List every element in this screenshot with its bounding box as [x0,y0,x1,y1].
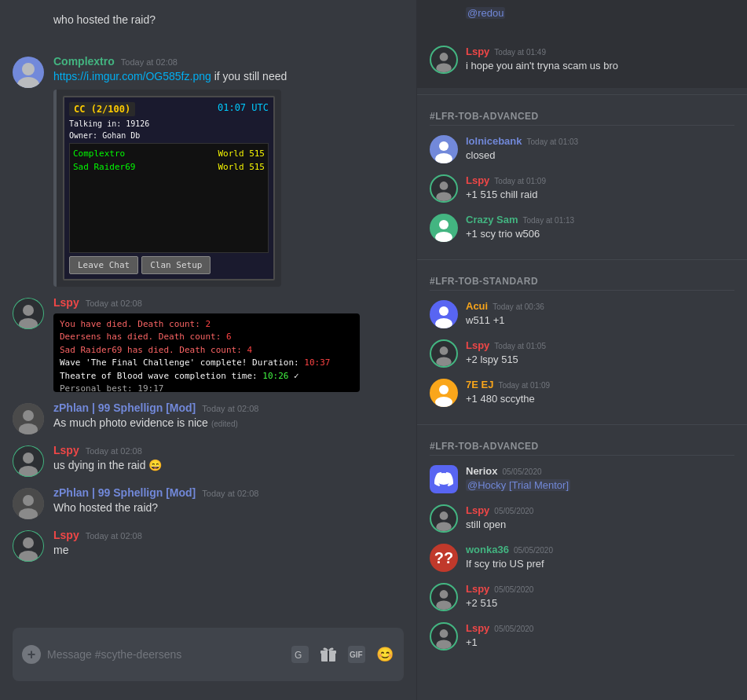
svg-point-42 [436,522,452,531]
right-header-lspy-chill: Lspy Today at 01:09 [466,174,734,186]
svg-point-40 [435,397,452,407]
right-text-mention: @redou [466,6,734,20]
svg-point-27 [440,53,449,61]
message-group-complextro: Complextro Today at 02:08 https://i.imgu… [0,52,416,290]
right-text-lspy-scam: i hope you ain't tryna scam us bro [466,59,734,73]
right-username-crazy-sam: Crazy Sam [466,214,518,225]
svg-point-38 [436,357,452,366]
message-text: who hosted the raid? [53,13,404,28]
message-header-lspy: Lspy Today at 02:08 [53,296,404,309]
right-msg-neriox: Neriox 05/05/2020 @Hocky [Trial Mentor] [430,462,734,497]
game-info-owner: Owner: Gohan Db [69,131,269,140]
channel-header-lfr-tob-standard: #lfr-tob-standard [430,276,734,291]
right-username-wonka36: wonka36 [466,544,509,555]
svg-point-44 [436,600,452,610]
timestamp-zphlan-photo: Today at 02:08 [202,404,258,413]
divider-3 [417,424,747,425]
message-header-zphlan: zPhlan | 99 Sphellign [Mod] Today at 02:… [53,401,404,414]
message-group-lspy-dying: Lspy Today at 02:08 us dying in the raid… [0,441,416,480]
right-msg-wonka36: ?? wonka36 05/05/2020 If scy trio US pre… [430,541,734,575]
right-avatar-crazy-sam [430,214,458,242]
right-header-crazy-sam: Crazy Sam Today at 01:13 [466,214,734,225]
avatar-lspy-dying [13,445,44,477]
message-group: who hosted the raid? [0,6,416,49]
message-input-bar: + G GIF [13,628,404,681]
timestamp-zphlan-hosted: Today at 02:08 [202,489,258,498]
right-timestamp-lolnicebank: Today at 01:03 [527,137,579,146]
right-avatar-acui [430,300,458,328]
right-timestamp-lspy-515-2: 05/05/2020 [494,585,533,594]
username-lspy-dying: Lspy [53,444,79,456]
imgur-link[interactable]: https://i.imgur.com/OG585fz.png [53,70,211,82]
right-text-lspy-515-2: +2 515 [466,596,734,610]
avatar-complextro [13,57,44,88]
clan-setup-button[interactable]: Clan Setup [141,256,211,274]
svg-point-1 [17,77,39,88]
username-complextro: Complextro [53,55,115,68]
message-content-lspy-me: Lspy Today at 02:08 me [53,529,404,562]
right-timestamp-lspy-chill: Today at 01:09 [494,177,546,185]
right-avatar-lspy-plus1 [430,622,458,651]
right-text-lolnicebank: closed [466,148,734,163]
cc-label: CC (2/100) [69,102,135,116]
right-username-lspy-open: Lspy [466,504,489,516]
right-msg-lspy-515-2: Lspy 05/05/2020 +2 515 [430,580,734,614]
gift-icon[interactable] [319,645,338,664]
right-username-7e-ej: 7E EJ [466,379,493,390]
svg-point-46 [436,640,452,649]
right-content-crazy-sam: Crazy Sam Today at 01:13 +1 scy trio w50… [466,214,734,242]
right-text-lspy-515: +2 lspy 515 [466,353,734,367]
right-text-lspy-plus1: +1 [466,636,734,650]
svg-point-41 [440,511,449,520]
leave-chat-button[interactable]: Leave Chat [69,256,138,274]
right-header-lolnicebank: lolnicebank Today at 01:03 [466,135,734,147]
right-header-lspy-515: Lspy Today at 01:05 [466,339,734,351]
messages-list: who hosted the raid? Complextro Today at… [0,0,416,628]
right-text-wonka36: If scy trio US pref [466,557,734,571]
svg-text:G: G [295,650,302,661]
right-content-acui: Acui Today at 00:36 w511 +1 [466,300,734,328]
message-input[interactable] [47,648,284,661]
message-text-lspy-me: me [53,543,404,559]
right-msg-acui: Acui Today at 00:36 w511 +1 [430,297,734,332]
right-timestamp-lspy-515: Today at 01:05 [494,342,546,350]
right-avatar-lspy-open [430,504,458,533]
add-attachment-button[interactable]: + [22,645,41,664]
channel-section-lfr-tob-standard: #lfr-tob-standard Acui Today at 00:36 w5… [417,266,747,418]
left-panel: who hosted the raid? Complextro Today at… [0,0,416,700]
svg-point-43 [440,590,449,599]
translate-icon[interactable]: G [291,645,309,664]
svg-point-31 [440,181,449,190]
game-embed: CC (2/100) 01:07 UTC Talking in: 19126 O… [53,90,281,287]
message-text-zphlan-hosted: Who hosted the raid? [53,500,404,516]
timestamp: Today at 02:08 [121,57,178,67]
message-header-zphlan-hosted: zPhlan | 99 Sphellign [Mod] Today at 02:… [53,486,404,499]
gif-icon[interactable]: GIF [347,645,366,664]
message-content-zphlan-hosted: zPhlan | 99 Sphellign [Mod] Today at 02:… [53,486,404,519]
game-header: CC (2/100) 01:07 UTC [69,102,269,116]
message-content-zphlan-photo: zPhlan | 99 Sphellign [Mod] Today at 02:… [53,401,404,434]
mention-hocky: @Hocky [Trial Mentor] [466,479,570,491]
death-text: You have died. Death count: 2 Deersens h… [60,318,353,392]
message-group-zphlan-hosted: zPhlan | 99 Sphellign [Mod] Today at 02:… [0,483,416,522]
right-text-lspy-chill: +1 515 chill raid [466,188,734,202]
emoji-icon[interactable]: 😊 [375,645,394,664]
right-avatar-lspy-chill [430,174,458,203]
right-content-lspy-515: Lspy Today at 01:05 +2 lspy 515 [466,339,734,368]
svg-point-36 [435,318,452,328]
message-text-lspy-dying: us dying in the raid 😄 [53,458,404,474]
svg-point-14 [23,495,34,506]
message-content-complextro: Complextro Today at 02:08 https://i.imgu… [53,55,404,287]
right-content-wonka36: wonka36 05/05/2020 If scy trio US pref [466,544,734,572]
member-name-1: Complextro [73,148,125,159]
right-timestamp-wonka36: 05/05/2020 [514,546,553,555]
right-content-neriox: Neriox 05/05/2020 @Hocky [Trial Mentor] [466,465,734,493]
divider-2 [417,259,747,260]
right-content-mention: @redou [466,6,734,35]
right-msg-redou-mention: @redou [430,0,734,38]
game-member-row: Complextro World 515 [73,147,265,160]
username-lspy-death: Lspy [53,296,79,309]
svg-point-30 [435,153,452,163]
avatar-lspy-me [13,530,44,562]
right-text-crazy-sam: +1 scy trio w506 [466,227,734,241]
